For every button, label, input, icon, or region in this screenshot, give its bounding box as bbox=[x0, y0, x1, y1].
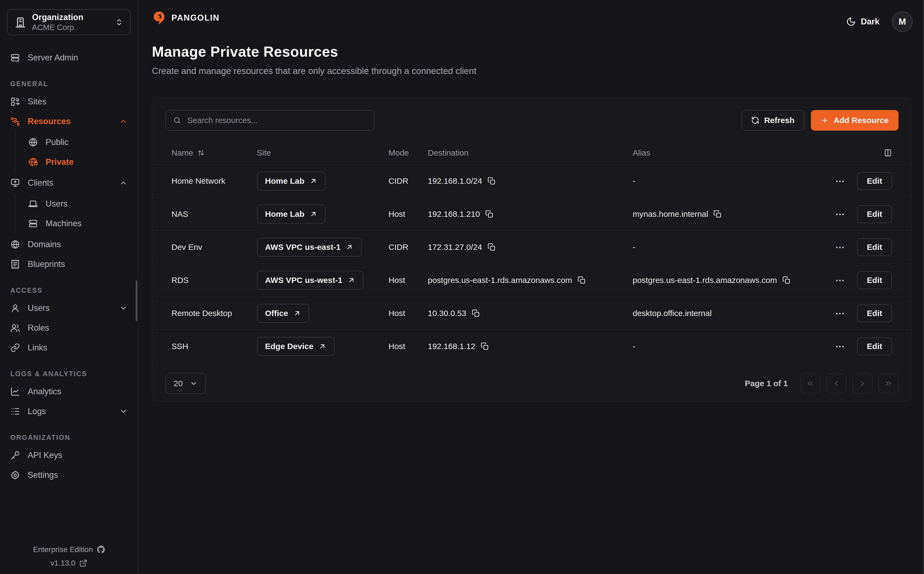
site-link[interactable]: Home Lab bbox=[257, 205, 326, 224]
site-link[interactable]: Home Lab bbox=[257, 172, 326, 191]
sidebar-item-client-users[interactable]: Users bbox=[25, 194, 131, 214]
section-logs-analytics: LOGS & ANALYTICS bbox=[10, 370, 131, 378]
edit-button[interactable]: Edit bbox=[857, 271, 892, 289]
resource-destination: postgres.us-east-1.rds.amazonaws.com bbox=[428, 276, 572, 285]
sidebar-item-server-admin[interactable]: Server Admin bbox=[7, 48, 131, 68]
topbar: PANGOLIN Dark M bbox=[138, 0, 924, 43]
chevrons-left-icon bbox=[806, 379, 815, 388]
sidebar-item-label: Domains bbox=[28, 240, 61, 249]
arrow-up-right-icon bbox=[345, 243, 353, 251]
sidebar-item-logs[interactable]: Logs bbox=[7, 401, 131, 421]
external-link-icon bbox=[79, 559, 87, 567]
sidebar-item-clients[interactable]: Clients bbox=[7, 173, 131, 193]
gear-icon bbox=[10, 470, 20, 480]
sidebar-item-roles[interactable]: Roles bbox=[7, 318, 131, 337]
row-more-button[interactable]: ⋯ bbox=[835, 243, 845, 252]
copy-destination-button[interactable] bbox=[485, 210, 494, 218]
sidebar-item-label: API Keys bbox=[28, 450, 62, 460]
globe-icon bbox=[28, 137, 38, 147]
row-more-button[interactable]: ⋯ bbox=[835, 309, 845, 318]
version-link[interactable]: v1.13.0 bbox=[0, 559, 138, 568]
github-icon bbox=[97, 546, 105, 554]
table-row: Dev Env AWS VPC us-east-1 CIDR 172.31.27… bbox=[152, 231, 911, 264]
sidebar-item-label: Links bbox=[28, 343, 47, 353]
prev-page-button[interactable] bbox=[826, 374, 846, 394]
section-access: ACCESS bbox=[10, 287, 131, 294]
arrow-up-right-icon bbox=[309, 177, 317, 185]
sidebar-item-resources[interactable]: Resources bbox=[7, 111, 131, 131]
edition-link[interactable]: Enterprise Edition bbox=[0, 545, 138, 554]
logs-icon bbox=[10, 407, 20, 416]
section-organization: ORGANIZATION bbox=[10, 434, 131, 442]
sidebar-item-settings[interactable]: Settings bbox=[7, 465, 131, 485]
refresh-button[interactable]: Refresh bbox=[741, 110, 804, 131]
search-box[interactable] bbox=[166, 110, 374, 131]
table-row: RDS AWS VPC us-west-1 Host postgres.us-e… bbox=[152, 264, 911, 297]
row-more-button[interactable]: ⋯ bbox=[835, 177, 845, 186]
sidebar-item-private[interactable]: Private bbox=[25, 152, 131, 172]
site-link[interactable]: Office bbox=[257, 304, 309, 323]
edit-button[interactable]: Edit bbox=[857, 304, 892, 322]
copy-destination-button[interactable] bbox=[487, 243, 496, 251]
edit-button[interactable]: Edit bbox=[857, 337, 892, 355]
version-label: v1.13.0 bbox=[51, 559, 76, 568]
arrow-up-right-icon bbox=[318, 342, 326, 350]
column-settings-button[interactable] bbox=[824, 149, 892, 157]
next-page-button[interactable] bbox=[852, 374, 872, 394]
resource-destination: 172.31.27.0/24 bbox=[428, 243, 482, 252]
sidebar-item-label: Roles bbox=[28, 323, 49, 333]
table-row: SSH Edge Device Host 192.168.1.12 - ⋯ Ed… bbox=[152, 330, 911, 363]
copy-alias-button[interactable] bbox=[714, 210, 721, 218]
row-more-button[interactable]: ⋯ bbox=[835, 342, 845, 351]
search-input[interactable] bbox=[187, 116, 367, 125]
sidebar-item-blueprints[interactable]: Blueprints bbox=[7, 254, 131, 274]
sidebar-item-public[interactable]: Public bbox=[25, 132, 131, 152]
row-more-button[interactable]: ⋯ bbox=[835, 210, 845, 219]
sidebar-item-users[interactable]: Users bbox=[7, 298, 131, 318]
resource-alias: - bbox=[633, 177, 635, 186]
copy-icon bbox=[485, 210, 494, 218]
sidebar-item-label: Server Admin bbox=[28, 53, 78, 63]
sidebar-item-label: Sites bbox=[28, 97, 46, 107]
sidebar-scrollbar[interactable] bbox=[136, 281, 137, 321]
globe-icon bbox=[10, 240, 20, 249]
sidebar-item-analytics[interactable]: Analytics bbox=[7, 382, 131, 401]
sidebar-item-domains[interactable]: Domains bbox=[7, 235, 131, 254]
last-page-button[interactable] bbox=[878, 374, 899, 394]
copy-alias-button[interactable] bbox=[782, 276, 791, 284]
avatar[interactable]: M bbox=[892, 11, 913, 32]
copy-destination-button[interactable] bbox=[472, 309, 480, 317]
edit-button[interactable]: Edit bbox=[857, 205, 892, 223]
theme-toggle[interactable]: Dark bbox=[846, 17, 880, 27]
page-subtitle: Create and manage resources that are onl… bbox=[152, 66, 911, 76]
brand-name: PANGOLIN bbox=[171, 13, 220, 23]
copy-destination-button[interactable] bbox=[578, 276, 586, 284]
sidebar-item-label: Machines bbox=[46, 219, 82, 229]
add-resource-button[interactable]: Add Resource bbox=[811, 110, 899, 131]
edit-button[interactable]: Edit bbox=[857, 172, 892, 190]
first-page-button[interactable] bbox=[800, 374, 820, 394]
brand-logo: PANGOLIN bbox=[152, 11, 220, 25]
row-more-button[interactable]: ⋯ bbox=[835, 276, 845, 285]
page-size-select[interactable]: 20 bbox=[166, 373, 206, 394]
site-link[interactable]: AWS VPC us-east-1 bbox=[257, 238, 362, 257]
table-row: Remote Desktop Office Host 10.30.0.53 de… bbox=[152, 297, 911, 330]
sidebar-item-label: Resources bbox=[28, 117, 112, 126]
sidebar-item-machines[interactable]: Machines bbox=[25, 214, 131, 233]
copy-destination-button[interactable] bbox=[481, 342, 489, 350]
window-scrollbar[interactable] bbox=[923, 0, 924, 574]
arrow-up-right-icon bbox=[309, 210, 317, 218]
column-site: Site bbox=[257, 148, 388, 158]
sidebar-item-links[interactable]: Links bbox=[7, 337, 131, 358]
edit-button[interactable]: Edit bbox=[857, 238, 892, 256]
sidebar-item-label: Blueprints bbox=[28, 259, 65, 269]
sidebar-item-sites[interactable]: Sites bbox=[7, 91, 131, 111]
resource-destination: 192.168.1.12 bbox=[428, 342, 475, 351]
site-link[interactable]: Edge Device bbox=[257, 337, 334, 356]
org-switcher[interactable]: Organization ACME Corp. bbox=[7, 9, 131, 35]
site-link[interactable]: AWS VPC us-west-1 bbox=[257, 271, 364, 290]
table-row: Home Network Home Lab CIDR 192.168.1.0/2… bbox=[152, 165, 911, 198]
column-name[interactable]: Name bbox=[171, 148, 257, 158]
sidebar-item-api-keys[interactable]: API Keys bbox=[7, 445, 131, 465]
copy-destination-button[interactable] bbox=[487, 177, 496, 185]
